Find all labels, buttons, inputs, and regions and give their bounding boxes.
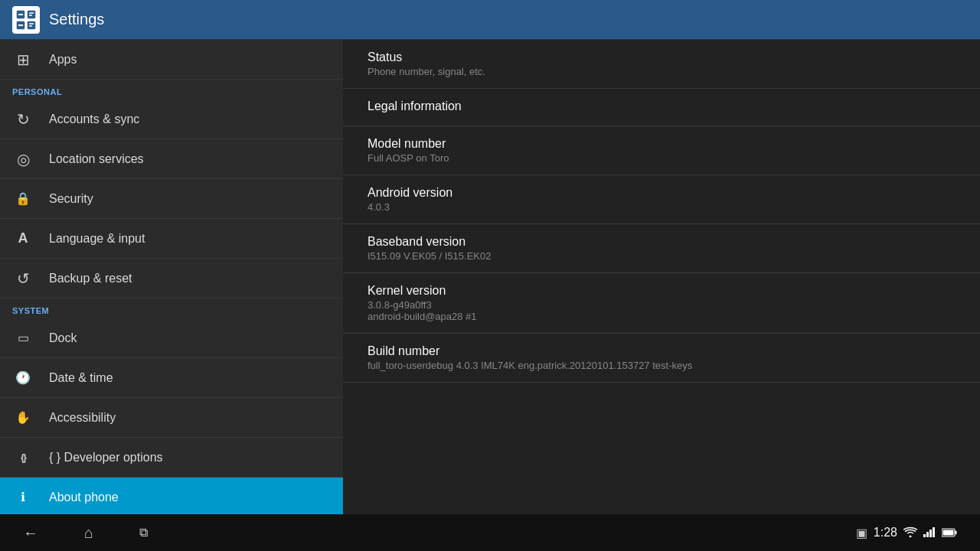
sidebar-item-dock[interactable]: ▭ Dock <box>0 318 343 358</box>
titlebar: Settings <box>0 0 980 40</box>
status-time: 1:28 <box>874 526 897 540</box>
main-layout: ⊞ Apps PERSONAL ↻ Accounts & sync ◎ Loca… <box>0 40 980 514</box>
content-title: Android version <box>368 186 956 200</box>
sidebar-item-apps[interactable]: ⊞ Apps <box>0 40 343 80</box>
dock-icon: ▭ <box>12 331 34 345</box>
content-subtitle: 4.0.3 <box>368 201 956 213</box>
svg-rect-12 <box>929 530 932 537</box>
backup-icon: ↺ <box>12 269 34 288</box>
battery-icon <box>942 527 957 540</box>
content-title: Legal information <box>368 99 956 113</box>
svg-rect-11 <box>926 532 929 537</box>
sidebar-item-date-time[interactable]: 🕐 Date & time <box>0 358 343 398</box>
about-icon: ℹ <box>12 490 34 504</box>
developer-icon: {} <box>12 452 34 463</box>
content-item-build-number[interactable]: Build number full_toro-userdebug 4.0.3 I… <box>343 334 980 383</box>
content-subtitle: I515.09 V.EK05 / I515.EK02 <box>368 250 956 262</box>
screenshot-icon: ▣ <box>856 526 867 540</box>
home-button[interactable]: ⌂ <box>84 524 93 542</box>
content-subtitle: full_toro-userdebug 4.0.3 IML74K eng.pat… <box>368 360 956 371</box>
section-label-personal: PERSONAL <box>0 80 343 99</box>
sidebar-item-label: Location services <box>49 152 144 166</box>
sidebar-item-label: Dock <box>49 331 77 345</box>
content-subtitle: 3.0.8-g49a0ff3 android-build@apa28 #1 <box>368 299 956 322</box>
content-item-baseband-version[interactable]: Baseband version I515.09 V.EK05 / I515.E… <box>343 224 980 273</box>
content-title: Kernel version <box>368 284 956 298</box>
content-item-android-version[interactable]: Android version 4.0.3 <box>343 175 980 224</box>
accessibility-icon: ✋ <box>12 410 34 425</box>
sidebar-item-label: Date & time <box>49 371 113 385</box>
content-title: Baseband version <box>368 235 956 249</box>
location-icon: ◎ <box>12 150 34 168</box>
sidebar-item-accounts-sync[interactable]: ↻ Accounts & sync <box>0 99 343 139</box>
sidebar-item-label: Security <box>49 192 93 206</box>
sidebar-item-label: Backup & reset <box>49 272 132 285</box>
content-pane: Status Phone number, signal, etc. Legal … <box>343 40 980 514</box>
content-item-status[interactable]: Status Phone number, signal, etc. <box>343 40 980 89</box>
sidebar-item-developer-options[interactable]: {} { } Developer options <box>0 438 343 478</box>
sidebar: ⊞ Apps PERSONAL ↻ Accounts & sync ◎ Loca… <box>0 40 343 514</box>
content-item-model-number[interactable]: Model number Full AOSP on Toro <box>343 126 980 175</box>
back-button[interactable]: ← <box>23 524 38 542</box>
page-title: Settings <box>49 11 104 28</box>
apps-icon: ⊞ <box>12 51 34 69</box>
content-subtitle: Full AOSP on Toro <box>368 152 956 164</box>
content-item-legal[interactable]: Legal information <box>343 89 980 126</box>
svg-rect-3 <box>28 21 35 29</box>
sidebar-item-label: { } Developer options <box>49 451 163 465</box>
signal-icon <box>923 527 936 540</box>
sidebar-item-security[interactable]: 🔒 Security <box>0 179 343 219</box>
sidebar-item-label: Accounts & sync <box>49 112 139 126</box>
content-subtitle: Phone number, signal, etc. <box>368 66 956 77</box>
clock-icon: 🕐 <box>12 370 34 385</box>
app-icon <box>12 6 40 34</box>
sidebar-item-accessibility[interactable]: ✋ Accessibility <box>0 398 343 438</box>
sidebar-item-label: About phone <box>49 491 119 504</box>
sidebar-item-label: Accessibility <box>49 411 116 425</box>
nav-buttons: ← ⌂ ⧉ <box>23 524 148 542</box>
section-label-system: SYSTEM <box>0 298 343 318</box>
content-title: Status <box>368 51 956 64</box>
content-title: Build number <box>368 344 956 358</box>
content-title: Model number <box>368 137 956 151</box>
svg-rect-16 <box>943 530 954 535</box>
content-item-kernel-version[interactable]: Kernel version 3.0.8-g49a0ff3 android-bu… <box>343 273 980 334</box>
security-icon: 🔒 <box>12 191 34 206</box>
sidebar-item-language-input[interactable]: A Language & input <box>0 219 343 259</box>
wifi-icon <box>903 527 917 540</box>
svg-rect-1 <box>28 11 35 18</box>
language-icon: A <box>12 230 34 246</box>
navbar: ← ⌂ ⧉ ▣ 1:28 <box>0 514 980 551</box>
accounts-sync-icon: ↻ <box>12 110 34 129</box>
svg-rect-15 <box>956 530 957 534</box>
sidebar-item-about-phone[interactable]: ℹ About phone <box>0 478 343 514</box>
sidebar-item-backup-reset[interactable]: ↺ Backup & reset <box>0 259 343 298</box>
status-bar: ▣ 1:28 <box>856 526 957 540</box>
sidebar-item-label: Language & input <box>49 232 145 246</box>
sidebar-item-location-services[interactable]: ◎ Location services <box>0 139 343 179</box>
sidebar-item-label: Apps <box>49 53 77 67</box>
svg-rect-13 <box>933 527 935 537</box>
svg-rect-10 <box>923 534 926 537</box>
recents-button[interactable]: ⧉ <box>139 526 148 540</box>
